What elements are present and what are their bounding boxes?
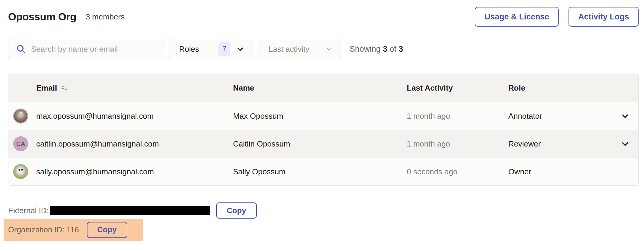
- organization-members-page: Opossum Org 3 members Usage & License Ac…: [0, 0, 644, 244]
- member-email-cell: sally.opossum@humansignal.com: [8, 164, 233, 179]
- chevron-down-icon: [236, 45, 245, 54]
- usage-license-button[interactable]: Usage & License: [475, 7, 559, 27]
- member-name: Sally Opossum: [233, 167, 407, 176]
- last-activity-filter-label: Last activity: [269, 45, 309, 54]
- activity-logs-button[interactable]: Activity Logs: [569, 7, 639, 27]
- column-header-email-sort[interactable]: Email: [8, 83, 233, 93]
- member-last-activity: 1 month ago: [407, 139, 508, 149]
- showing-count: 3: [383, 45, 387, 54]
- roles-count-badge: 7: [218, 42, 230, 56]
- member-email: max.opossum@humansignal.com: [36, 112, 154, 121]
- search-input[interactable]: [31, 45, 157, 54]
- showing-total: 3: [399, 45, 403, 54]
- external-id-redacted-value: [50, 206, 210, 215]
- member-row: max.opossum@humansignal.com Max Opossum …: [8, 102, 638, 130]
- sort-descending-icon: [61, 84, 69, 92]
- column-header-role: Role: [508, 83, 638, 93]
- external-id-label: External ID:: [8, 206, 49, 215]
- role-dropdown[interactable]: Annotator: [508, 111, 630, 121]
- organization-id-highlight: Organization ID: 116 Copy: [4, 219, 143, 241]
- member-name: Caitlin Opossum: [233, 139, 407, 149]
- avatar: [13, 109, 28, 123]
- table-header-row: Email Name Last Activity Role: [8, 74, 638, 102]
- avatar: [13, 164, 28, 179]
- member-role: Owner: [508, 167, 531, 176]
- column-header-email-label: Email: [36, 83, 57, 93]
- avatar: CA: [13, 136, 28, 151]
- members-table: Email Name Last Activity Role max.opossu…: [8, 74, 639, 186]
- member-email: caitlin.opossum@humansignal.com: [36, 139, 159, 149]
- search-icon: [16, 44, 26, 54]
- member-role: Annotator: [508, 112, 542, 121]
- search-box[interactable]: [8, 39, 165, 59]
- showing-of: of: [390, 45, 397, 54]
- member-email: sally.opossum@humansignal.com: [36, 167, 154, 176]
- role-dropdown[interactable]: Reviewer: [508, 139, 630, 149]
- member-row: sally.opossum@humansignal.com Sally Opos…: [8, 158, 638, 185]
- member-last-activity: 1 month ago: [407, 112, 508, 121]
- member-name: Max Opossum: [233, 112, 407, 121]
- showing-count-text: Showing 3 of 3: [350, 45, 403, 54]
- page-title: Opossum Org: [8, 11, 76, 23]
- member-row: CA caitlin.opossum@humansignal.com Caitl…: [8, 130, 638, 158]
- chevron-down-icon: [620, 111, 630, 121]
- roles-filter-dropdown[interactable]: Roles 7: [168, 39, 253, 59]
- filters-bar: Roles 7 Last activity Showing 3 of 3: [8, 39, 639, 59]
- chevron-down-icon: [326, 45, 333, 53]
- member-last-activity: 0 seconds ago: [407, 167, 508, 176]
- column-header-last-activity: Last Activity: [407, 83, 508, 93]
- copy-organization-id-button[interactable]: Copy: [87, 222, 127, 238]
- member-count: 3 members: [86, 12, 125, 22]
- organization-id-label: Organization ID: 116: [8, 225, 79, 234]
- showing-prefix: Showing: [350, 45, 381, 54]
- page-header: Opossum Org 3 members Usage & License Ac…: [0, 0, 644, 27]
- column-header-name: Name: [233, 83, 407, 93]
- member-email-cell: CA caitlin.opossum@humansignal.com: [8, 136, 233, 151]
- member-email-cell: max.opossum@humansignal.com: [8, 109, 233, 123]
- last-activity-filter-dropdown[interactable]: Last activity: [258, 39, 341, 59]
- copy-external-id-button[interactable]: Copy: [216, 202, 257, 219]
- chevron-down-icon: [620, 139, 630, 149]
- member-role: Reviewer: [508, 139, 541, 149]
- roles-filter-label: Roles: [179, 45, 199, 54]
- header-actions: Usage & License Activity Logs: [475, 7, 639, 27]
- external-id-row: External ID: Copy: [8, 202, 644, 219]
